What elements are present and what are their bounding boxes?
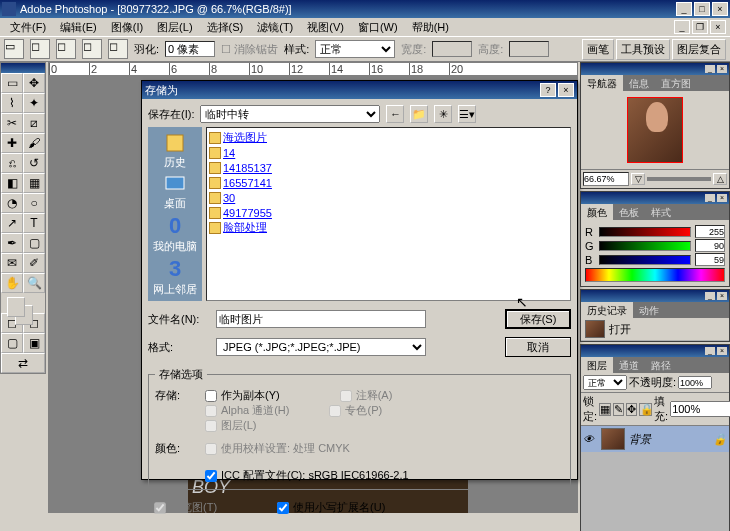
opacity-input[interactable] — [678, 376, 712, 389]
lasso-tool[interactable]: ⌇ — [1, 93, 23, 113]
add-selection-icon[interactable]: ◻ — [56, 39, 76, 59]
views-icon[interactable]: ☰▾ — [458, 105, 476, 123]
screen-std[interactable]: ▢ — [1, 333, 23, 353]
menu-edit[interactable]: 编辑(E) — [54, 18, 103, 37]
feather-input[interactable] — [165, 41, 215, 57]
dialog-close-button[interactable]: × — [558, 83, 574, 97]
path-tool[interactable]: ↗ — [1, 213, 23, 233]
blend-mode-select[interactable]: 正常 — [583, 375, 627, 390]
cancel-button[interactable]: 取消 — [505, 337, 571, 357]
zoom-out-icon[interactable]: ▽ — [631, 173, 645, 185]
menu-image[interactable]: 图像(I) — [105, 18, 149, 37]
save-button[interactable]: 保存(S) — [505, 309, 571, 329]
zoom-slider[interactable] — [647, 177, 711, 181]
marquee-tool[interactable]: ▭ — [1, 73, 23, 93]
tab-actions[interactable]: 动作 — [633, 302, 665, 318]
dodge-tool[interactable]: ○ — [23, 193, 45, 213]
lcext-check[interactable]: 使用小写扩展名(U) — [277, 500, 385, 515]
r-input[interactable] — [695, 225, 725, 238]
blur-tool[interactable]: ◔ — [1, 193, 23, 213]
lock-trans-icon[interactable]: ▦ — [599, 403, 611, 416]
place-mycomputer[interactable]: 0我的电脑 — [153, 213, 197, 254]
heal-tool[interactable]: ✚ — [1, 133, 23, 153]
toolbox-header[interactable] — [1, 63, 45, 73]
eraser-tool[interactable]: ◧ — [1, 173, 23, 193]
wand-tool[interactable]: ✦ — [23, 93, 45, 113]
b-slider[interactable] — [599, 255, 691, 265]
panel-close-icon[interactable]: × — [717, 347, 727, 355]
panel-min-icon[interactable]: _ — [705, 347, 715, 355]
format-select[interactable]: JPEG (*.JPG;*.JPEG;*.JPE) — [216, 338, 426, 356]
layercomp-button[interactable]: 图层复合 — [672, 39, 726, 60]
menu-filter[interactable]: 滤镜(T) — [251, 18, 299, 37]
move-tool[interactable]: ✥ — [23, 73, 45, 93]
panel-close-icon[interactable]: × — [717, 65, 727, 73]
r-slider[interactable] — [599, 227, 691, 237]
panel-close-icon[interactable]: × — [717, 194, 727, 202]
tab-channels[interactable]: 通道 — [613, 357, 645, 373]
brush-button[interactable]: 画笔 — [582, 39, 614, 60]
menu-window[interactable]: 窗口(W) — [352, 18, 404, 37]
zoom-tool[interactable]: 🔍 — [23, 273, 45, 293]
doc-restore-button[interactable]: ❐ — [692, 20, 708, 34]
type-tool[interactable]: T — [23, 213, 45, 233]
shape-tool[interactable]: ▢ — [23, 233, 45, 253]
g-input[interactable] — [695, 239, 725, 252]
place-network[interactable]: 3网上邻居 — [153, 256, 197, 297]
menu-view[interactable]: 视图(V) — [301, 18, 350, 37]
navigator-thumbnail[interactable] — [627, 97, 683, 163]
new-selection-icon[interactable]: ◻ — [30, 39, 50, 59]
lock-all-icon[interactable]: 🔒 — [639, 403, 652, 416]
file-list[interactable]: 海选图片 14 14185137 16557141 30 49177955 脸部… — [206, 127, 571, 301]
tab-navigator[interactable]: 导航器 — [581, 75, 623, 91]
tab-paths[interactable]: 路径 — [645, 357, 677, 373]
back-icon[interactable]: ← — [386, 105, 404, 123]
lock-pos-icon[interactable]: ✥ — [626, 403, 637, 416]
zoom-in-icon[interactable]: △ — [713, 173, 727, 185]
g-slider[interactable] — [599, 241, 691, 251]
screen-full[interactable]: ▣ — [23, 333, 45, 353]
brush-tool[interactable]: 🖌 — [23, 133, 45, 153]
tab-info[interactable]: 信息 — [623, 75, 655, 91]
up-icon[interactable]: 📁 — [410, 105, 428, 123]
maximize-button[interactable]: □ — [694, 2, 710, 16]
style-select[interactable]: 正常 — [315, 40, 395, 58]
savein-select[interactable]: 临时中转 — [200, 105, 380, 123]
gradient-tool[interactable]: ▦ — [23, 173, 45, 193]
panel-min-icon[interactable]: _ — [705, 65, 715, 73]
close-button[interactable]: × — [712, 2, 728, 16]
tab-layers[interactable]: 图层 — [581, 357, 613, 373]
intersect-selection-icon[interactable]: ◻ — [108, 39, 128, 59]
menu-layer[interactable]: 图层(L) — [151, 18, 198, 37]
history-item[interactable]: 打开 — [581, 318, 729, 341]
sub-selection-icon[interactable]: ◻ — [82, 39, 102, 59]
dialog-help-button[interactable]: ? — [540, 83, 556, 97]
color-swatches[interactable] — [1, 293, 45, 313]
dialog-titlebar[interactable]: 存储为 ?× — [142, 81, 577, 99]
tab-history[interactable]: 历史记录 — [581, 302, 633, 318]
lock-pixel-icon[interactable]: ✎ — [613, 403, 624, 416]
toolpreset-button[interactable]: 工具预设 — [616, 39, 670, 60]
tab-swatches[interactable]: 色板 — [613, 204, 645, 220]
tool-icon[interactable]: ▭ — [4, 39, 24, 59]
tab-color[interactable]: 颜色 — [581, 204, 613, 220]
jump-button[interactable]: ⇄ — [1, 353, 45, 373]
place-history[interactable]: 历史 — [163, 131, 187, 170]
visibility-icon[interactable]: 👁 — [583, 433, 597, 445]
doc-close-button[interactable]: × — [710, 20, 726, 34]
b-input[interactable] — [695, 253, 725, 266]
newfolder-icon[interactable]: ✳ — [434, 105, 452, 123]
crop-tool[interactable]: ✂ — [1, 113, 23, 133]
zoom-input[interactable] — [583, 172, 629, 186]
icc-check[interactable]: ICC 配置文件(C): sRGB IEC61966-2.1 — [205, 468, 564, 483]
panel-min-icon[interactable]: _ — [705, 292, 715, 300]
eyedropper-tool[interactable]: ✐ — [23, 253, 45, 273]
menu-help[interactable]: 帮助(H) — [406, 18, 455, 37]
menu-file[interactable]: 文件(F) — [4, 18, 52, 37]
fill-input[interactable] — [670, 401, 730, 417]
place-desktop[interactable]: 桌面 — [163, 172, 187, 211]
history-brush-tool[interactable]: ↺ — [23, 153, 45, 173]
panel-min-icon[interactable]: _ — [705, 194, 715, 202]
pen-tool[interactable]: ✒ — [1, 233, 23, 253]
hand-tool[interactable]: ✋ — [1, 273, 23, 293]
